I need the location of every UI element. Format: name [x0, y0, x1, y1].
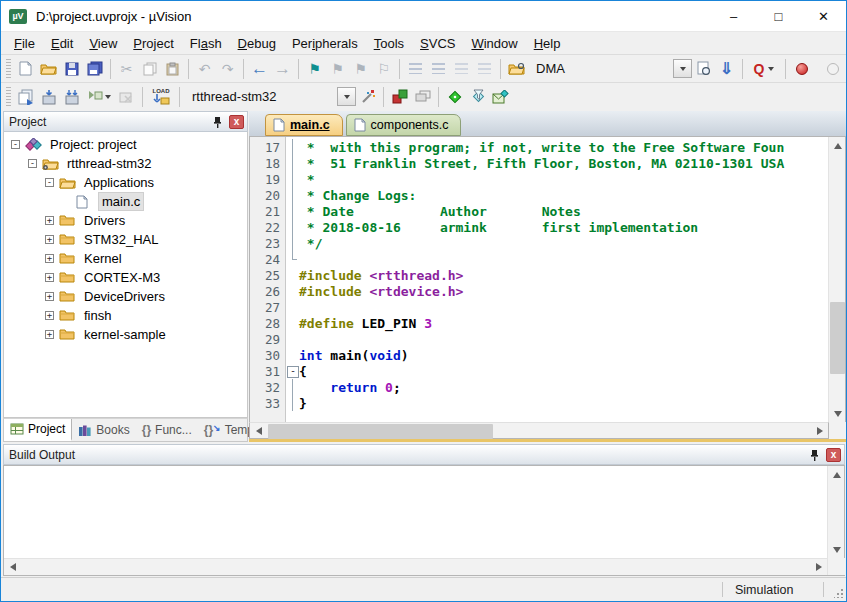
- tree-item-applications[interactable]: -Applications: [4, 173, 247, 192]
- code-line[interactable]: 18 * 51 Franklin Street, Fifth Floor, Bo…: [250, 155, 828, 171]
- outdent-button[interactable]: [427, 57, 450, 80]
- incremental-find-button[interactable]: ⇓: [715, 57, 738, 80]
- redo-button[interactable]: ↷: [216, 57, 239, 80]
- code-line[interactable]: 25#include <rtthread.h>: [250, 267, 828, 283]
- tree-item-drivers[interactable]: +Drivers: [4, 211, 247, 230]
- build-output-horizontal-scrollbar[interactable]: [4, 558, 827, 575]
- tree-item-project-project[interactable]: -Project: project: [4, 135, 247, 154]
- clear-bookmarks-button[interactable]: ⚐: [372, 57, 395, 80]
- code-editor[interactable]: 17 * with this program; if not, write to…: [250, 137, 828, 422]
- find-in-files-button[interactable]: [692, 57, 715, 80]
- project-tree[interactable]: -Project: project-rtthread-stm32-Applica…: [3, 132, 248, 418]
- editor-tab-components-c[interactable]: components.c: [346, 114, 462, 136]
- menu-item-view[interactable]: View: [81, 34, 125, 53]
- expand-icon[interactable]: +: [45, 254, 54, 263]
- menu-item-peripherals[interactable]: Peripherals: [284, 34, 366, 53]
- new-file-button[interactable]: [14, 57, 37, 80]
- toggle-bookmark-button[interactable]: ⚑: [303, 57, 326, 80]
- scroll-down-icon[interactable]: [829, 405, 846, 422]
- code-line[interactable]: 17 * with this program; if not, write to…: [250, 139, 828, 155]
- collapse-icon[interactable]: -: [11, 140, 20, 149]
- next-bookmark-button[interactable]: ⚑: [349, 57, 372, 80]
- comment-button[interactable]: [450, 57, 473, 80]
- download-flash-button[interactable]: LOAD: [147, 85, 175, 108]
- rebuild-button[interactable]: [60, 85, 83, 108]
- close-button[interactable]: ✕: [801, 1, 846, 31]
- scroll-down-icon[interactable]: [828, 541, 845, 558]
- build-button[interactable]: [37, 85, 60, 108]
- maximize-button[interactable]: □: [756, 1, 801, 31]
- insert-breakpoint-button[interactable]: [790, 57, 813, 80]
- prev-bookmark-button[interactable]: ⚑: [326, 57, 349, 80]
- target-select-combo[interactable]: rtthread-stm32: [184, 86, 356, 108]
- editor-horizontal-scrollbar[interactable]: [249, 422, 829, 439]
- scroll-right-icon[interactable]: [810, 559, 827, 576]
- expand-icon[interactable]: +: [45, 273, 54, 282]
- code-line[interactable]: 23 */: [250, 235, 828, 251]
- open-file-button[interactable]: [37, 57, 60, 80]
- panel-tab-books[interactable]: Books: [72, 419, 135, 441]
- find-combo-dropdown-icon[interactable]: [673, 59, 692, 78]
- code-line[interactable]: 26#include <rtdevice.h>: [250, 283, 828, 299]
- editor-tab-main-c[interactable]: main.c: [265, 114, 343, 136]
- tree-item-stm32-hal[interactable]: +STM32_HAL: [4, 230, 247, 249]
- uncomment-button[interactable]: [473, 57, 496, 80]
- cut-button[interactable]: ✂: [115, 57, 138, 80]
- build-output-close-icon[interactable]: x: [826, 448, 841, 462]
- collapse-icon[interactable]: -: [28, 159, 37, 168]
- disable-breakpoint-button[interactable]: [821, 57, 844, 80]
- panel-tab-project[interactable]: Project: [4, 419, 72, 441]
- scroll-right-icon[interactable]: [811, 422, 828, 439]
- code-line[interactable]: 32 return 0;: [250, 379, 828, 395]
- expand-icon[interactable]: +: [45, 235, 54, 244]
- manage-rte-button[interactable]: [443, 85, 466, 108]
- code-line[interactable]: 22 * 2018-08-16 armink first implementat…: [250, 219, 828, 235]
- scroll-left-icon[interactable]: [4, 559, 21, 576]
- code-line[interactable]: 20 * Change Logs:: [250, 187, 828, 203]
- tree-item-rtthread-stm32[interactable]: -rtthread-stm32: [4, 154, 247, 173]
- file-extensions-button[interactable]: [411, 85, 434, 108]
- code-line[interactable]: 27: [250, 299, 828, 315]
- save-button[interactable]: [60, 57, 83, 80]
- code-line[interactable]: 24: [250, 251, 828, 267]
- collapse-icon[interactable]: -: [45, 178, 54, 187]
- editor-vertical-scrollbar[interactable]: [828, 137, 845, 422]
- options-for-target-button[interactable]: [356, 85, 379, 108]
- expand-icon[interactable]: +: [45, 330, 54, 339]
- scroll-up-icon[interactable]: [829, 137, 846, 154]
- tree-item-cortex-m3[interactable]: +CORTEX-M3: [4, 268, 247, 287]
- expand-icon[interactable]: +: [45, 311, 54, 320]
- paste-button[interactable]: [161, 57, 184, 80]
- build-output-text-area[interactable]: [4, 466, 827, 558]
- translate-button[interactable]: [14, 85, 37, 108]
- code-line[interactable]: 21 * Date Author Notes: [250, 203, 828, 219]
- batch-build-button[interactable]: [83, 85, 115, 108]
- undo-button[interactable]: ↶: [193, 57, 216, 80]
- stop-build-button[interactable]: [115, 85, 138, 108]
- menu-item-debug[interactable]: Debug: [230, 34, 284, 53]
- panel-tab-func[interactable]: {}Func...: [136, 419, 198, 441]
- minimize-button[interactable]: –: [711, 1, 756, 31]
- quick-search-button[interactable]: Q: [747, 57, 781, 80]
- resize-grip[interactable]: [824, 578, 846, 601]
- menu-item-flash[interactable]: Flash: [182, 34, 230, 53]
- menu-item-svcs[interactable]: SVCS: [412, 34, 463, 53]
- target-combo-dropdown-icon[interactable]: [337, 87, 356, 106]
- tree-item-main-c[interactable]: main.c: [4, 192, 247, 211]
- tree-item-devicedrivers[interactable]: +DeviceDrivers: [4, 287, 247, 306]
- indent-button[interactable]: [404, 57, 427, 80]
- menu-item-window[interactable]: Window: [463, 34, 525, 53]
- manage-project-items-button[interactable]: [388, 85, 411, 108]
- tree-item-finsh[interactable]: +finsh: [4, 306, 247, 325]
- project-panel-close-icon[interactable]: x: [229, 115, 244, 129]
- editor-hscroll-thumb[interactable]: [268, 424, 493, 439]
- pack-installer-button[interactable]: [489, 85, 512, 108]
- scroll-left-icon[interactable]: [250, 422, 267, 439]
- menu-item-tools[interactable]: Tools: [366, 34, 412, 53]
- scroll-up-icon[interactable]: [828, 466, 845, 483]
- expand-icon[interactable]: +: [45, 216, 54, 225]
- copy-button[interactable]: [138, 57, 161, 80]
- build-output-vertical-scrollbar[interactable]: [827, 466, 844, 575]
- code-line[interactable]: 19 *: [250, 171, 828, 187]
- build-output-content[interactable]: [3, 465, 845, 576]
